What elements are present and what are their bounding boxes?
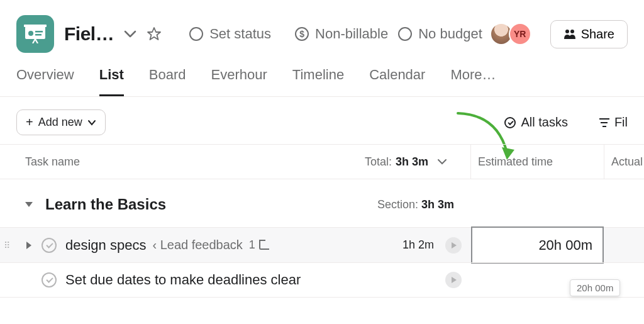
column-actual[interactable]: Actual: [611, 145, 643, 179]
add-new-button[interactable]: + Add new: [16, 109, 106, 135]
set-status-label: Set status: [209, 26, 271, 42]
all-tasks-label: All tasks: [521, 115, 567, 130]
filter-label: Fil: [614, 115, 628, 130]
estimated-tooltip: 20h 00m: [570, 279, 620, 296]
task-complete-checkbox[interactable]: [42, 238, 57, 253]
budget-toggle[interactable]: No budget: [398, 26, 482, 42]
tab-board[interactable]: Board: [149, 67, 186, 96]
section-time-summary: Section: 3h 3m: [377, 198, 454, 211]
svg-rect-4: [35, 34, 42, 36]
svg-point-2: [28, 31, 33, 36]
start-timer-button[interactable]: [445, 272, 462, 288]
task-row[interactable]: ⠿ design specs ‹ Lead feedback 1 1h 2m 2…: [0, 227, 644, 262]
subtask-count: 1: [249, 238, 255, 252]
start-timer-button[interactable]: [445, 237, 462, 254]
task-title[interactable]: Set due dates to make deadlines clear: [65, 272, 301, 288]
task-project-tag[interactable]: ‹ Lead feedback: [152, 238, 242, 252]
share-label: Share: [581, 27, 614, 42]
task-expand-caret[interactable]: [26, 242, 31, 249]
chevron-down-icon: [87, 120, 96, 126]
task-complete-checkbox[interactable]: [42, 272, 57, 288]
total-prefix: Total:: [365, 155, 392, 169]
column-total[interactable]: Total: 3h 3m: [365, 145, 447, 179]
status-ring-icon: [189, 27, 203, 41]
column-divider: [470, 145, 471, 179]
section-collapse-caret[interactable]: [25, 202, 33, 207]
column-task-name[interactable]: Task name: [0, 155, 365, 169]
estimated-time-input[interactable]: 20h 00m: [471, 226, 604, 264]
view-tabs: Overview List Board Everhour Timeline Ca…: [0, 59, 644, 97]
task-row[interactable]: ⠿ Set due dates to make deadlines clear: [0, 262, 644, 298]
task-title[interactable]: design specs: [65, 237, 146, 254]
billable-label: Non-billable: [315, 26, 388, 42]
svg-rect-0: [25, 26, 45, 39]
svg-marker-7: [148, 28, 160, 40]
drag-handle-icon[interactable]: ⠿: [4, 243, 14, 247]
avatar-initials[interactable]: YR: [509, 23, 531, 45]
task-tracked-time: 1h 2m: [402, 238, 434, 252]
people-icon: [564, 29, 576, 39]
project-title[interactable]: Fiel…: [64, 23, 114, 45]
filter-icon: [599, 118, 609, 127]
svg-rect-1: [24, 25, 47, 27]
star-icon[interactable]: [147, 26, 162, 42]
tab-more[interactable]: More…: [450, 67, 496, 96]
budget-label: No budget: [418, 26, 482, 42]
section-title[interactable]: Learn the Basics: [45, 196, 166, 213]
chevron-down-icon[interactable]: [124, 30, 136, 38]
chevron-down-icon: [437, 158, 447, 165]
project-icon[interactable]: [16, 15, 54, 53]
tab-timeline[interactable]: Timeline: [292, 67, 344, 96]
column-divider: [604, 145, 604, 179]
add-new-label: Add new: [38, 116, 82, 129]
plus-icon: +: [26, 115, 33, 130]
presentation-board-icon: [24, 25, 47, 43]
svg-line-6: [35, 39, 38, 43]
subtask-icon: [259, 241, 269, 250]
budget-ring-icon: [398, 27, 412, 41]
svg-point-9: [570, 30, 574, 33]
tab-calendar[interactable]: Calendar: [369, 67, 425, 96]
tab-list[interactable]: List: [99, 67, 124, 96]
member-avatars[interactable]: YR: [494, 23, 531, 45]
all-tasks-filter[interactable]: All tasks: [504, 115, 567, 130]
tab-overview[interactable]: Overview: [16, 67, 74, 96]
set-status-button[interactable]: Set status: [189, 26, 271, 42]
share-button[interactable]: Share: [550, 20, 628, 48]
svg-point-8: [565, 30, 569, 33]
total-value: 3h 3m: [396, 155, 428, 169]
svg-rect-3: [35, 31, 43, 33]
billable-toggle[interactable]: $ Non-billable: [295, 26, 388, 42]
dollar-icon: $: [295, 27, 309, 41]
tab-everhour[interactable]: Everhour: [211, 67, 267, 96]
check-circle-icon: [504, 117, 516, 128]
filter-button[interactable]: Fil: [599, 115, 628, 130]
subtask-count-badge[interactable]: 1: [249, 238, 269, 252]
column-estimated[interactable]: Estimated time: [478, 145, 604, 179]
